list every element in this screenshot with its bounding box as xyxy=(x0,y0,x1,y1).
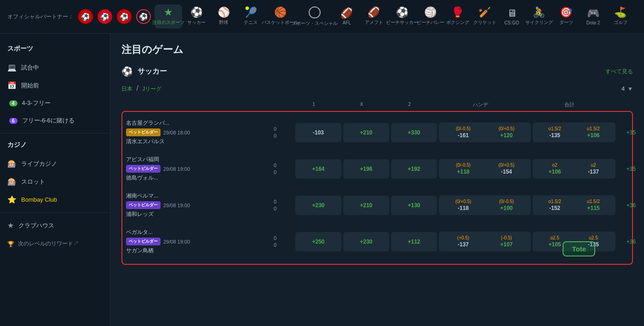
nav-golf[interactable]: ⛳ ゴルフ xyxy=(608,5,633,29)
nav-basketball[interactable]: 🏀 バスケットボール xyxy=(265,5,295,29)
handi-cell-2[interactable]: (0/-0.5) +118 (0/+0.5) -154 xyxy=(439,159,531,179)
nav-tennis[interactable]: 🎾 テニス xyxy=(238,5,264,29)
ou-val-2a: +106 xyxy=(548,169,561,175)
sidebar-item-4-3-free[interactable]: 4 4-3-フリー xyxy=(0,94,110,112)
expand-count: 4 xyxy=(621,85,625,92)
odd2-cell-3[interactable]: +130 xyxy=(391,196,437,215)
nav-american-football[interactable]: 🏈 アメフト xyxy=(361,5,386,29)
partner-southampton: ⚽ xyxy=(98,9,112,24)
ou-cell-1[interactable]: o1.5/2 -135 u1.5/2 +106 xyxy=(533,122,615,142)
league-japan-link[interactable]: 日本 xyxy=(121,86,132,92)
bet-badge-2[interactable]: ベットビルダー xyxy=(126,165,161,173)
bet-badge-3[interactable]: ベットビルダー xyxy=(126,201,161,209)
nav-cricket[interactable]: 🏏 クリケット xyxy=(472,5,497,29)
handi-cell-3[interactable]: (0/+0.5) -118 (0/-0.5) +100 xyxy=(439,195,531,215)
sidebar-item-live[interactable]: 💻 試合中 xyxy=(0,58,110,76)
nav-label-cricket: クリケット xyxy=(473,19,496,26)
team2-name-4: サガン鳥栖 xyxy=(126,247,255,255)
sidebar-item-free-6-6[interactable]: 6 フリー-6-6に賭ける xyxy=(0,112,110,129)
table-row: 湘南ベルマ... ベットビルダー 29/08 19:00 浦和レッズ 0 0 +… xyxy=(126,188,628,222)
tote-overlay[interactable]: Tote xyxy=(563,241,595,256)
nav-afl[interactable]: 🏈 AFL xyxy=(334,6,359,28)
nav-label-afl: AFL xyxy=(343,20,351,25)
nav-beach-volleyball[interactable]: 🏐 ビーチバレー xyxy=(418,5,443,29)
league-j-link[interactable]: Jリーグ xyxy=(142,86,161,92)
slots-icon: 🎰 xyxy=(7,177,17,186)
match-meta-3: ベットビルダー 29/08 19:00 xyxy=(126,201,255,209)
bet-badge-1[interactable]: ベットビルダー xyxy=(126,128,161,136)
nav-boxing[interactable]: 🥊 ボクシング xyxy=(445,5,470,29)
team2-name-2: 徳島ヴォル... xyxy=(126,174,255,182)
sports-nav: ★ 注目のスポーツ ⚽ サッカー ⚾ 野球 🎾 テニス 🏀 バスケットボール ス… xyxy=(151,4,637,29)
sidebar-item-clubhouse[interactable]: ★ クラブハウス xyxy=(0,216,110,234)
sport-title-row: ⚽ サッカー xyxy=(121,66,167,77)
nav-cycling[interactable]: 🚴 サイクリング xyxy=(526,5,552,29)
csgo-icon: 🖥 xyxy=(507,8,517,18)
nav-dota2[interactable]: 🎮 Dota 2 xyxy=(581,6,606,28)
see-all-link[interactable]: すべて見る xyxy=(605,68,633,76)
oddX-cell-3[interactable]: +210 xyxy=(343,196,389,215)
ou-label-3b: u1.5/2 xyxy=(587,199,600,204)
team1-name-4: ベガルタ... xyxy=(126,228,255,236)
nav-csgo[interactable]: 🖥 CS:GO xyxy=(499,6,524,28)
handi-val-4b: +107 xyxy=(500,241,512,248)
match-score-2: 0 0 xyxy=(257,163,293,175)
odd1-cell-2[interactable]: +164 xyxy=(295,159,341,179)
nav-featured[interactable]: ★ 注目のスポーツ xyxy=(155,5,182,29)
ou-cell-3[interactable]: o1.5/2 -152 u1.5/2 +115 xyxy=(533,195,615,215)
more-cell-3[interactable]: +36 xyxy=(617,196,644,215)
tote-label[interactable]: Tote xyxy=(563,241,595,256)
more-cell-4[interactable]: +36 xyxy=(617,232,644,251)
ou-cell-2[interactable]: o2 +106 u2 -137 xyxy=(533,159,615,179)
odd2-cell-1[interactable]: +330 xyxy=(391,123,437,142)
nav-baseball[interactable]: ⚾ 野球 xyxy=(211,5,236,29)
odd1-cell-3[interactable]: +230 xyxy=(295,196,341,215)
sidebar-item-live-casino[interactable]: 🎰 ライブカジノ xyxy=(0,155,110,173)
handi-label-2b: (0/+0.5) xyxy=(499,163,515,168)
american-football-icon: 🏈 xyxy=(368,7,380,17)
handi-cell-4[interactable]: (+0.5) -137 (-0.5) +107 xyxy=(439,232,531,251)
boxing-icon: 🥊 xyxy=(451,7,464,17)
nav-sports-special[interactable]: スポーツ・スペシャル xyxy=(297,4,333,29)
sidebar-level-reward[interactable]: 🏆 次のレベルのリワード↗ xyxy=(0,234,110,253)
handi-cell-1[interactable]: (0/-0.5) -161 (0/+0.5) +120 xyxy=(439,122,531,142)
oddX-cell-2[interactable]: +196 xyxy=(343,159,389,179)
match-meta-2: ベットビルダー 29/08 19:00 xyxy=(126,165,255,173)
sidebar-item-bombay[interactable]: ⭐ Bombay Club xyxy=(0,191,110,209)
table-row: ベガルタ... ベットビルダー 29/08 19:00 サガン鳥栖 0 0 +2… xyxy=(126,225,628,258)
nav-beach-soccer[interactable]: ⚽ ビーチサッカー xyxy=(388,5,416,29)
partners-label: オフィシャルパートナー： xyxy=(7,13,74,21)
live-casino-icon: 🎰 xyxy=(7,159,17,168)
odd1-cell-4[interactable]: +250 xyxy=(295,232,341,251)
partners-section: オフィシャルパートナー： ⚽ ⚽ ⚽ ⚽ xyxy=(7,9,151,24)
match-date-2: 29/08 19:00 xyxy=(163,166,190,172)
col-headers: 1 X 2 ハンデ 合計 xyxy=(121,99,633,110)
sidebar-item-upcoming[interactable]: 📅 開始前 xyxy=(0,76,110,94)
more-cell-1[interactable]: +35 xyxy=(617,123,644,142)
match-score-3: 0 0 xyxy=(257,199,293,211)
nav-darts[interactable]: 🎯 ダーツ xyxy=(553,5,579,29)
odd2-cell-4[interactable]: +112 xyxy=(391,232,437,251)
handi-label-4a: (+0.5) xyxy=(457,235,469,240)
ou-pair-3b: u1.5/2 +115 xyxy=(575,199,612,211)
handi-val-1b: +120 xyxy=(500,132,512,139)
partner-arsenal: ⚽ xyxy=(78,9,93,24)
afl-icon: 🏈 xyxy=(340,8,353,18)
bet-badge-4[interactable]: ベットビルダー xyxy=(126,238,161,245)
sidebar-item-slots[interactable]: 🎰 スロット xyxy=(0,173,110,191)
handi-val-2b: -154 xyxy=(501,169,512,175)
oddX-cell-4[interactable]: +230 xyxy=(343,232,389,251)
beach-soccer-icon: ⚽ xyxy=(396,7,408,17)
handi-label-4b: (-0.5) xyxy=(501,235,512,240)
handi-pair-4a: (+0.5) -137 xyxy=(443,235,484,248)
handi-pair-4b: (-0.5) +107 xyxy=(486,235,527,248)
odd2-cell-2[interactable]: +192 xyxy=(391,159,437,179)
more-cell-2[interactable]: +35 xyxy=(617,159,644,179)
nav-soccer[interactable]: ⚽ サッカー xyxy=(184,5,209,29)
nav-label-darts: ダーツ xyxy=(559,19,573,26)
handi-val-4a: -137 xyxy=(458,241,469,248)
odd1-cell-1[interactable]: -103 xyxy=(295,123,341,142)
oddX-cell-1[interactable]: +210 xyxy=(343,123,389,142)
chevron-down-icon[interactable]: ▼ xyxy=(627,86,633,92)
handi-pair-1a: (0/-0.5) -161 xyxy=(443,126,484,139)
